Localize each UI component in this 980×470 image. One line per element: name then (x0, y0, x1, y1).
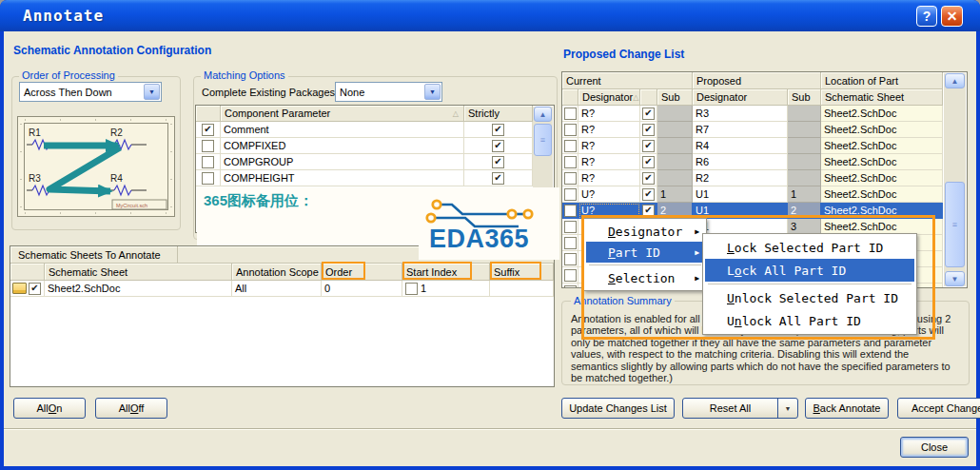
row-select-checkbox[interactable]: ✔ (202, 124, 214, 136)
part-id-lock-checkbox[interactable]: ✔ (642, 108, 655, 120)
chevron-down-icon[interactable]: ▼ (424, 84, 441, 100)
menu-item-unlock-selected-part-id[interactable]: Unlock Selected Part ID (705, 286, 914, 309)
row-select-checkbox[interactable] (564, 205, 577, 217)
table-row[interactable]: U?✔2U12Sheet2.SchDoc (562, 203, 967, 219)
row-select-checkbox[interactable] (564, 285, 577, 289)
footer-separator (4, 428, 976, 430)
menu-item-selection[interactable]: Selection▶ (586, 267, 704, 288)
table-row[interactable]: U?✔1U11Sheet2.SchDoc (562, 186, 967, 203)
column-header-component-parameter[interactable]: Component Parameter △ (221, 106, 464, 122)
column-header-suffix[interactable]: Suffix (490, 264, 554, 281)
chevron-down-icon[interactable]: ▼ (144, 84, 160, 100)
order-of-processing-title: Order of Processing (19, 69, 118, 81)
row-select-checkbox[interactable] (564, 124, 577, 136)
preview-label-r2: R2 (110, 127, 123, 138)
column-header-lock[interactable] (640, 89, 657, 106)
part-id-lock-checkbox[interactable]: ✔ (642, 156, 655, 168)
menu-item-label: Lock All Part ID (727, 264, 846, 278)
column-header-current-designator[interactable]: Designator △ (578, 89, 640, 106)
strictly-checkbox[interactable]: ✔ (492, 172, 504, 185)
all-on-button[interactable]: All On (13, 398, 86, 419)
row-select-checkbox[interactable] (564, 237, 577, 249)
row-select-checkbox[interactable] (564, 188, 577, 201)
scrollbar-thumb[interactable]: ≡ (534, 124, 552, 156)
row-select-checkbox[interactable] (564, 172, 577, 185)
annotate-dialog: Annotate ? ✕ Schematic Annotation Config… (0, 0, 980, 470)
annotation-scope-cell[interactable]: All (232, 281, 322, 297)
row-select-checkbox[interactable] (564, 269, 577, 282)
proposed-table-scrollbar[interactable]: ▲ ≡ ▼ (944, 73, 966, 286)
scroll-up-icon[interactable]: ▲ (945, 73, 965, 88)
sheet-enabled-checkbox[interactable]: ✔ (29, 283, 41, 295)
table-row[interactable]: R?✔R4Sheet2.SchDoc (562, 138, 967, 154)
strictly-checkbox[interactable]: ✔ (492, 140, 504, 152)
help-icon[interactable]: ? (916, 6, 937, 27)
table-row[interactable]: COMPGROUP✔ (196, 154, 554, 170)
row-select-checkbox[interactable] (564, 253, 577, 265)
table-row[interactable]: COMPHEIGHT✔ (196, 170, 554, 186)
suffix-cell[interactable] (490, 281, 554, 297)
row-select-checkbox[interactable] (202, 140, 214, 152)
group-header-proposed: Proposed (693, 72, 821, 89)
table-row[interactable]: ✔ Sheet2.SchDoc All 0 1 (10, 281, 554, 297)
column-header-enabled[interactable] (10, 264, 45, 281)
column-header-order[interactable]: Order (322, 264, 402, 281)
order-of-processing-select[interactable]: Across Then Down ▼ (19, 82, 162, 102)
row-select-checkbox[interactable] (564, 108, 577, 120)
part-id-lock-checkbox[interactable]: ✔ (642, 188, 655, 201)
scroll-up-icon[interactable]: ▲ (534, 107, 552, 122)
column-header-schematic-sheet[interactable]: Schematic Sheet (45, 264, 232, 281)
row-select-checkbox[interactable] (564, 221, 577, 233)
menu-item-unlock-all-part-id[interactable]: Unlock All Part ID (705, 309, 914, 332)
column-header-start-index[interactable]: Start Index (402, 264, 490, 281)
scroll-down-icon[interactable]: ▼ (945, 271, 965, 286)
context-menu: Designator▶Part ID▶Selection▶ (583, 218, 707, 291)
column-header-annotation-scope[interactable]: Annotation Scope (232, 264, 322, 281)
column-header-strictly[interactable]: Strictly (464, 106, 533, 122)
all-off-button[interactable]: All Off (95, 398, 167, 419)
row-select-checkbox[interactable] (202, 156, 214, 168)
close-button[interactable]: Close (900, 437, 969, 458)
annotation-summary-title: Annotation Summary (571, 295, 675, 306)
column-header-schematic-sheet[interactable]: Schematic Sheet (821, 89, 943, 106)
row-select-checkbox[interactable] (564, 156, 577, 168)
back-annotate-button[interactable]: Back Annotate (805, 398, 889, 419)
table-row[interactable]: R?✔R7Sheet2.SchDoc (562, 122, 967, 138)
part-id-lock-checkbox[interactable]: ✔ (642, 124, 655, 136)
accept-changes-button[interactable]: Accept Changes (897, 398, 980, 419)
part-id-lock-checkbox[interactable]: ✔ (642, 140, 655, 152)
sheet-document-icon (12, 283, 27, 294)
part-id-lock-checkbox[interactable]: ✔ (642, 172, 655, 185)
row-select-checkbox[interactable] (564, 140, 577, 152)
sheet-name-cell[interactable]: Sheet2.SchDoc (45, 281, 232, 297)
sheets-to-annotate-table: Schematic Sheets To Annotate Schematic S… (10, 245, 555, 387)
column-header-select[interactable] (196, 106, 221, 122)
menu-item-lock-all-part-id[interactable]: Lock All Part ID (705, 259, 914, 282)
close-icon[interactable]: ✕ (941, 6, 963, 27)
order-cell[interactable]: 0 (322, 281, 402, 297)
scrollbar-thumb[interactable]: ≡ (945, 182, 965, 267)
column-header-proposed-designator[interactable]: Designator (693, 89, 788, 106)
table-row[interactable]: COMPFIXED✔ (196, 138, 554, 154)
complete-existing-packages-select[interactable]: None ▼ (335, 82, 442, 102)
update-changes-list-button[interactable]: Update Changes List (561, 398, 675, 419)
start-index-cell[interactable]: 1 (402, 281, 490, 297)
row-select-checkbox[interactable] (202, 172, 214, 185)
table-row[interactable]: R?✔R6Sheet2.SchDoc (562, 154, 967, 170)
part-id-lock-checkbox[interactable]: ✔ (642, 205, 655, 217)
table-row[interactable]: R?✔R3Sheet2.SchDoc (562, 106, 967, 122)
title-bar[interactable]: Annotate ? ✕ (0, 0, 980, 31)
start-index-checkbox[interactable] (405, 283, 418, 295)
strictly-checkbox[interactable]: ✔ (492, 124, 504, 136)
menu-item-part-id[interactable]: Part ID▶ (586, 242, 704, 263)
reset-all-button[interactable]: Reset All ▼ (682, 398, 798, 419)
menu-item-designator[interactable]: Designator▶ (586, 221, 704, 242)
table-row[interactable]: ✔Comment✔ (196, 122, 554, 138)
column-header-proposed-sub[interactable]: Sub (788, 89, 821, 106)
chevron-down-icon[interactable]: ▼ (777, 399, 797, 418)
column-header-select[interactable] (562, 89, 578, 106)
column-header-current-sub[interactable]: Sub (657, 89, 693, 106)
menu-item-lock-selected-part-id[interactable]: Lock Selected Part ID (705, 236, 914, 259)
table-row[interactable]: R?✔R2Sheet2.SchDoc (562, 170, 967, 186)
strictly-checkbox[interactable]: ✔ (492, 156, 504, 168)
